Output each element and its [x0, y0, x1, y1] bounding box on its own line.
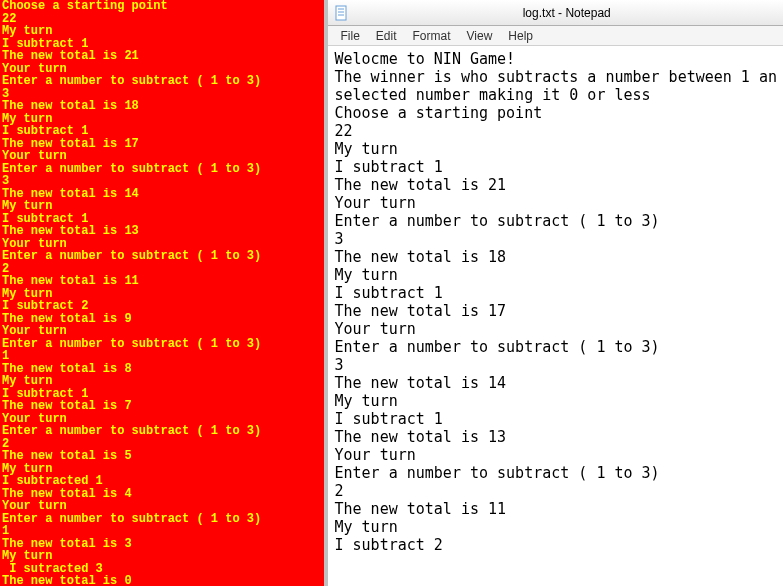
titlebar[interactable]: log.txt - Notepad — [328, 0, 783, 26]
notepad-window: log.txt - Notepad File Edit Format View … — [324, 0, 783, 586]
svg-rect-0 — [336, 6, 346, 20]
menubar: File Edit Format View Help — [328, 26, 783, 46]
notepad-text-area[interactable]: Welocme to NIN Game! The winner is who s… — [328, 46, 783, 586]
menu-file[interactable]: File — [332, 27, 367, 45]
menu-format[interactable]: Format — [405, 27, 459, 45]
window-title: log.txt - Notepad — [356, 6, 777, 20]
console-output: Choose a starting point 22 My turn I sub… — [0, 0, 324, 586]
menu-edit[interactable]: Edit — [368, 27, 405, 45]
notepad-icon — [334, 5, 350, 21]
menu-help[interactable]: Help — [500, 27, 541, 45]
menu-view[interactable]: View — [459, 27, 501, 45]
